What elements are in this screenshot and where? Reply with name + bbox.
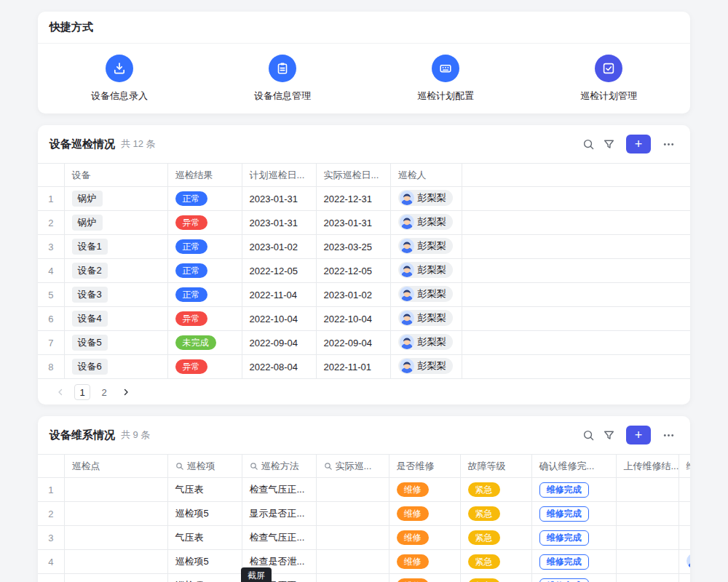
- shortcut-plan-config[interactable]: 巡检计划配置: [364, 44, 527, 113]
- shortcuts-card: 快捷方式 设备信息录入 设备信息管理: [38, 12, 690, 113]
- table-row[interactable]: 1 气压表 检查气压正... 维修 紧急 维修完成: [38, 478, 690, 502]
- repair-cell: 维修: [389, 526, 460, 550]
- confirm-repair-button[interactable]: 维修完成: [539, 578, 589, 582]
- search-button[interactable]: [578, 425, 598, 445]
- page-button-2[interactable]: 2: [96, 384, 112, 400]
- result-badge: 正常: [175, 263, 207, 278]
- filter-button[interactable]: [598, 425, 619, 445]
- result-cell: 正常: [167, 187, 242, 211]
- row-number: 4: [38, 550, 64, 574]
- row-filler: [462, 355, 690, 379]
- repair-cell: 维修: [389, 574, 460, 582]
- row-number: 6: [38, 307, 64, 331]
- table-row[interactable]: 2 锅炉 异常 2023-01-31 2023-01-31 彭梨梨: [38, 211, 690, 235]
- confirm-repair-button[interactable]: 维修完成: [539, 554, 589, 570]
- person-name: 彭梨梨: [418, 191, 446, 204]
- avatar: [400, 191, 414, 205]
- planned-date-cell: 2022-10-04: [242, 307, 316, 331]
- level-cell: 紧急: [460, 574, 531, 582]
- inspector-cell: 彭梨梨: [390, 331, 462, 355]
- method-cell: 显示是否正...: [242, 502, 316, 526]
- shortcut-plan-manage[interactable]: 巡检计划管理: [527, 44, 690, 113]
- lookup-icon: [175, 462, 184, 471]
- prev-page-button[interactable]: [52, 384, 68, 400]
- urgent-badge: 紧急: [468, 554, 500, 569]
- col-actual-inspection[interactable]: 实际巡...: [316, 455, 389, 478]
- table-row[interactable]: 4 巡检项5 检查是否泄... 维修 紧急 维修完成: [38, 550, 690, 574]
- planned-date-cell: 2022-08-04: [242, 355, 316, 379]
- result-cell: 异常: [167, 307, 242, 331]
- col-confirm-repair[interactable]: 确认维修完...: [531, 455, 616, 478]
- upload-cell: [616, 526, 678, 550]
- col-clipped[interactable]: 维: [678, 455, 690, 478]
- row-filler: [462, 331, 690, 355]
- add-record-button[interactable]: +: [626, 426, 651, 445]
- planned-date-cell: 2023-01-31: [242, 187, 316, 211]
- point-cell: [64, 526, 167, 550]
- avatar: [400, 359, 414, 373]
- device-cell: 锅炉: [64, 211, 167, 235]
- point-cell: [64, 478, 167, 502]
- person-name: 彭梨梨: [418, 287, 446, 300]
- shortcut-device-entry[interactable]: 设备信息录入: [38, 44, 201, 113]
- row-number-header: [38, 455, 64, 478]
- col-inspector[interactable]: 巡检人: [390, 164, 462, 187]
- plan-config-icon: [432, 55, 459, 82]
- shortcuts-title-row: 快捷方式: [38, 12, 690, 44]
- table-row[interactable]: 3 气压表 检查气压正... 维修 紧急 维修完成: [38, 526, 690, 550]
- col-upload-result[interactable]: 上传维修结...: [616, 455, 678, 478]
- more-button[interactable]: [658, 134, 678, 154]
- actual-date-cell: 2022-09-04: [316, 331, 390, 355]
- inspector-cell: 彭梨梨: [390, 211, 462, 235]
- table-row[interactable]: 2 巡检项5 显示是否正... 维修 紧急 维修完成: [38, 502, 690, 526]
- page-button-1[interactable]: 1: [74, 384, 90, 400]
- col-result[interactable]: 巡检结果: [167, 164, 242, 187]
- confirm-repair-button[interactable]: 维修完成: [539, 506, 589, 522]
- col-actual-date[interactable]: 实际巡检日...: [316, 164, 390, 187]
- col-inspection-point[interactable]: 巡检点: [64, 455, 167, 478]
- device-tag: 设备4: [72, 311, 108, 327]
- avatar: [400, 239, 414, 253]
- result-badge: 正常: [175, 191, 207, 206]
- avatar: [400, 287, 414, 301]
- shortcut-device-manage[interactable]: 设备信息管理: [201, 44, 364, 113]
- col-inspection-method[interactable]: 巡检方法: [242, 455, 316, 478]
- col-inspection-item[interactable]: 巡检项: [167, 455, 242, 478]
- point-cell: [64, 550, 167, 574]
- upload-cell: [616, 478, 678, 502]
- table-row[interactable]: 8 设备6 异常 2022-08-04 2022-11-01 彭梨梨: [38, 355, 690, 379]
- device-cell: 设备5: [64, 331, 167, 355]
- method-cell: 检查气压正...: [242, 478, 316, 502]
- method-cell: 检查气压正...: [242, 526, 316, 550]
- actual-cell: [316, 526, 389, 550]
- confirm-cell: 维修完成: [531, 550, 616, 574]
- table-row[interactable]: 6 设备4 异常 2022-10-04 2022-10-04 彭梨梨: [38, 307, 690, 331]
- column-label: 实际巡...: [336, 461, 372, 471]
- filter-button[interactable]: [598, 134, 619, 154]
- actual-cell: [316, 550, 389, 574]
- device-tag: 设备1: [72, 239, 108, 255]
- confirm-repair-button[interactable]: 维修完成: [539, 482, 589, 498]
- col-planned-date[interactable]: 计划巡检日...: [242, 164, 316, 187]
- table-row[interactable]: 7 设备5 未完成 2022-09-04 2022-09-04 彭梨梨: [38, 331, 690, 355]
- table-row[interactable]: 3 设备1 正常 2023-01-02 2023-03-25 彭梨梨: [38, 235, 690, 259]
- col-fault-level[interactable]: 故障等级: [460, 455, 531, 478]
- table-row[interactable]: 5 设备3 正常 2022-11-04 2023-01-02 彭梨梨: [38, 283, 690, 307]
- extra-cell: [678, 526, 690, 550]
- table-row[interactable]: 4 设备2 正常 2022-12-05 2022-12-05 彭梨梨: [38, 259, 690, 283]
- table-row[interactable]: 5 巡检项5 显示是否正... 维修 紧急 维修完成: [38, 574, 690, 582]
- screenshot-tooltip: 截屏: [241, 567, 272, 582]
- header-row: 巡检点 巡检项 巡检方法 实际巡... 是否维修 故障等级 确认维修完... 上…: [38, 455, 690, 478]
- more-button[interactable]: [658, 425, 678, 445]
- add-record-button[interactable]: +: [626, 135, 651, 154]
- avatar: [687, 554, 691, 568]
- next-page-button[interactable]: [118, 384, 134, 400]
- col-device[interactable]: 设备: [64, 164, 167, 187]
- person-chip: 彭梨梨: [398, 190, 453, 206]
- result-cell: 异常: [167, 211, 242, 235]
- urgent-badge: 紧急: [468, 482, 500, 497]
- col-repair-needed[interactable]: 是否维修: [389, 455, 460, 478]
- table-row[interactable]: 1 锅炉 正常 2023-01-31 2022-12-31 彭梨梨: [38, 187, 690, 211]
- confirm-repair-button[interactable]: 维修完成: [539, 530, 589, 546]
- search-button[interactable]: [578, 134, 598, 154]
